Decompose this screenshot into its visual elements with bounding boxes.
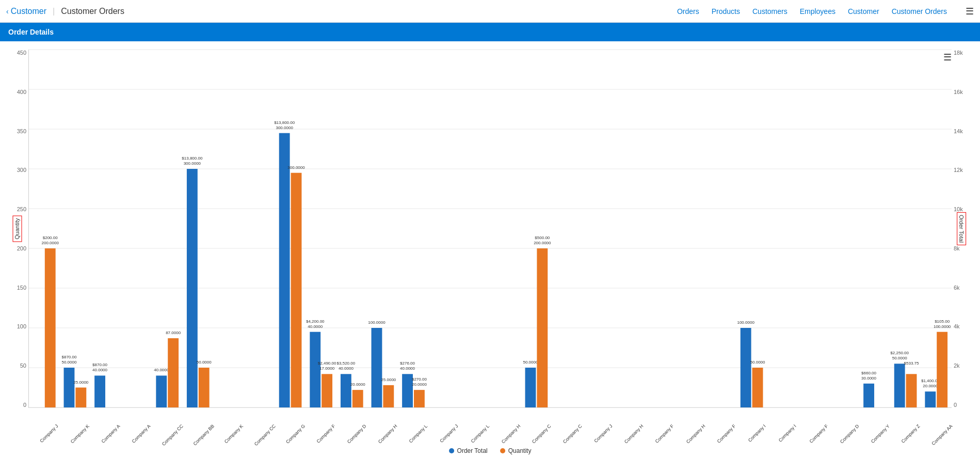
svg-rect-44 bbox=[352, 390, 363, 407]
y-right-label-10k: 10k bbox=[954, 206, 963, 212]
svg-rect-63 bbox=[752, 368, 763, 407]
nav-products[interactable]: Products bbox=[712, 7, 740, 15]
y-left-label-200: 200 bbox=[17, 245, 26, 251]
svg-rect-53 bbox=[414, 390, 425, 407]
nav-customer[interactable]: Customer bbox=[848, 7, 879, 15]
y-axis-right-title: Order Total bbox=[957, 212, 966, 245]
y-left-label-300: 300 bbox=[17, 167, 26, 173]
x-label-item: Company BB bbox=[182, 423, 213, 429]
y-left-label-250: 250 bbox=[17, 206, 26, 212]
svg-rect-50 bbox=[402, 374, 413, 407]
nav-customers[interactable]: Customers bbox=[752, 7, 788, 15]
svg-text:20.0000: 20.0000 bbox=[350, 382, 365, 387]
x-label-item: Company J bbox=[28, 423, 59, 429]
svg-text:200.0000: 200.0000 bbox=[534, 241, 551, 245]
x-label-item: Company I bbox=[767, 423, 798, 429]
svg-rect-21 bbox=[156, 375, 167, 407]
header-nav: Orders Products Customers Employees Cust… bbox=[677, 6, 974, 17]
x-label-item: Company CC bbox=[244, 423, 275, 429]
x-label-item: Company H bbox=[367, 423, 398, 429]
x-label-item: Company G bbox=[275, 423, 306, 429]
svg-text:$13,800.00: $13,800.00 bbox=[274, 120, 295, 125]
svg-text:40.0000: 40.0000 bbox=[92, 368, 107, 372]
svg-text:100.0000: 100.0000 bbox=[737, 320, 754, 325]
x-label-item: Company I bbox=[736, 423, 767, 429]
y-right-label-6k: 6k bbox=[954, 285, 960, 291]
svg-text:50.0000: 50.0000 bbox=[197, 360, 212, 365]
svg-text:20.0000: 20.0000 bbox=[412, 382, 427, 387]
svg-text:$3,520.00: $3,520.00 bbox=[337, 361, 356, 366]
y-left-label-0: 0 bbox=[23, 402, 26, 408]
svg-text:$533.75: $533.75 bbox=[904, 361, 919, 366]
x-label-item: Company F bbox=[306, 423, 336, 429]
y-left-label-450: 450 bbox=[17, 50, 26, 56]
legend-order-total: Order Total bbox=[449, 447, 488, 454]
y-right-label-18k: 18k bbox=[954, 50, 963, 56]
nav-customer-orders[interactable]: Customer Orders bbox=[892, 7, 947, 15]
svg-rect-28 bbox=[199, 368, 210, 407]
svg-text:$13,800.00: $13,800.00 bbox=[182, 156, 203, 161]
svg-rect-13 bbox=[64, 368, 75, 407]
x-axis: Company JCompany KCompany ACompany AComp… bbox=[28, 423, 952, 429]
svg-rect-68 bbox=[894, 364, 905, 407]
svg-rect-73 bbox=[925, 391, 936, 407]
x-label-item: Company D bbox=[336, 423, 367, 429]
svg-rect-38 bbox=[322, 374, 332, 407]
y-axis-left: 450 400 350 300 250 200 150 100 50 0 Qua… bbox=[0, 50, 28, 408]
y-axis-right: 18k 16k 14k 12k 10k 8k 6k 4k 2k 0 Order … bbox=[952, 50, 980, 408]
y-left-label-50: 50 bbox=[20, 362, 26, 369]
svg-text:300.0000: 300.0000 bbox=[184, 161, 201, 166]
legend-quantity-label: Quantity bbox=[508, 447, 532, 454]
nav-employees[interactable]: Employees bbox=[800, 7, 836, 15]
svg-text:$2,490.00: $2,490.00 bbox=[318, 361, 336, 366]
svg-rect-10 bbox=[45, 248, 56, 407]
x-label-item: Company H bbox=[490, 423, 521, 429]
chart-menu-icon[interactable]: ☰ bbox=[943, 52, 952, 63]
svg-rect-48 bbox=[383, 385, 394, 407]
chart-legend: Order Total Quantity bbox=[449, 447, 532, 454]
y-right-label-16k: 16k bbox=[954, 89, 963, 95]
svg-text:20.0000: 20.0000 bbox=[923, 384, 938, 388]
svg-rect-58 bbox=[537, 248, 548, 407]
y-right-label-4k: 4k bbox=[954, 323, 960, 329]
header: ‹ Customer | Customer Orders Orders Prod… bbox=[0, 0, 980, 23]
svg-rect-23 bbox=[168, 338, 179, 407]
legend-dot-orange bbox=[500, 448, 505, 453]
x-label-item: Company J bbox=[583, 423, 614, 429]
svg-rect-25 bbox=[187, 169, 198, 407]
svg-text:300.0000: 300.0000 bbox=[287, 165, 305, 170]
back-arrow-icon: ‹ bbox=[6, 7, 9, 15]
svg-text:$660.00: $660.00 bbox=[861, 371, 876, 375]
svg-rect-30 bbox=[279, 133, 290, 407]
legend-dot-blue bbox=[449, 448, 454, 453]
svg-text:50.0000: 50.0000 bbox=[892, 356, 907, 360]
x-label-item: Company F bbox=[798, 423, 829, 429]
svg-text:$870.00: $870.00 bbox=[62, 355, 77, 359]
nav-orders[interactable]: Orders bbox=[677, 7, 699, 15]
x-label-item: Company CC bbox=[152, 423, 183, 429]
back-link[interactable]: ‹ Customer bbox=[6, 7, 46, 16]
y-axis-left-title: Quantity bbox=[12, 216, 22, 242]
svg-text:200.0000: 200.0000 bbox=[42, 241, 59, 245]
svg-text:50.0000: 50.0000 bbox=[750, 360, 765, 365]
x-label-item: Company L bbox=[459, 423, 490, 429]
back-label[interactable]: Customer bbox=[11, 7, 46, 16]
svg-rect-56 bbox=[525, 368, 536, 407]
x-label-item: Company H bbox=[674, 423, 705, 429]
legend-order-total-label: Order Total bbox=[457, 447, 488, 454]
y-right-label-2k: 2k bbox=[954, 362, 960, 369]
svg-rect-71 bbox=[906, 374, 917, 407]
x-label-item: Company C bbox=[521, 423, 552, 429]
svg-text:$870.00: $870.00 bbox=[92, 362, 107, 367]
svg-rect-76 bbox=[937, 332, 947, 407]
svg-text:25.0000: 25.0000 bbox=[381, 377, 396, 382]
x-label-item: Company F bbox=[644, 423, 675, 429]
svg-text:30.0000: 30.0000 bbox=[861, 376, 876, 381]
x-label-item: Company AA bbox=[921, 423, 952, 429]
svg-text:50.0000: 50.0000 bbox=[62, 360, 77, 365]
section-title: Order Details bbox=[0, 23, 980, 41]
hamburger-icon[interactable]: ☰ bbox=[966, 6, 974, 17]
x-label-item: Company A bbox=[121, 423, 152, 429]
x-label-item: Company Y bbox=[859, 423, 890, 429]
x-label-item: Company Z bbox=[890, 423, 921, 429]
